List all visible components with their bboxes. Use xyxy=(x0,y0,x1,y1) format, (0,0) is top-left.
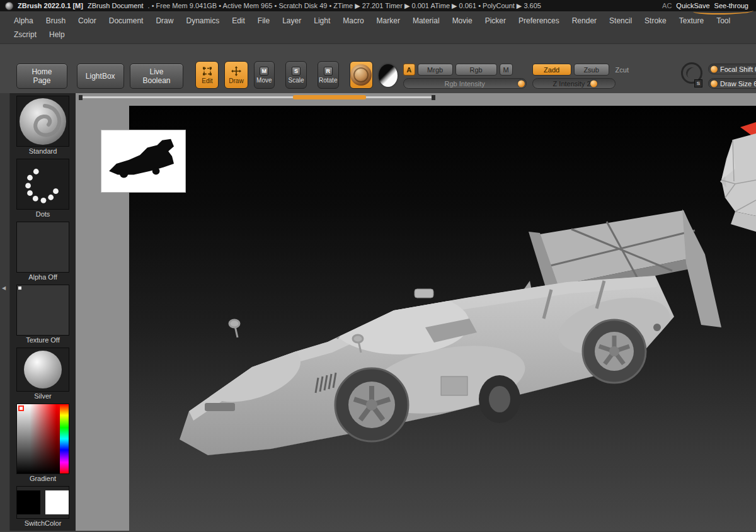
edit-label: Edit xyxy=(202,77,212,84)
stroke-dots-label: Dots xyxy=(10,210,76,219)
focal-shift-handle[interactable] xyxy=(711,65,718,72)
draw-label: Draw xyxy=(229,77,243,84)
alpha-off-item[interactable]: Alpha Off xyxy=(10,219,76,282)
document-hscrollbar[interactable] xyxy=(79,94,435,100)
menu-row-2: Zscript Help xyxy=(9,28,747,42)
car-silhouette xyxy=(101,130,185,192)
menu-document[interactable]: Document xyxy=(104,14,149,28)
rotate-label: Rotate xyxy=(319,77,337,84)
hue-strip[interactable] xyxy=(60,404,69,473)
canvas[interactable] xyxy=(129,106,756,531)
material-silver-item[interactable]: Silver xyxy=(10,345,76,401)
menu-light[interactable]: Light xyxy=(309,14,335,28)
menu-stencil[interactable]: Stencil xyxy=(604,14,637,28)
paint-group: A Mrgb Rgb M Rgb Intensity xyxy=(403,64,527,89)
move-button[interactable]: M Move xyxy=(254,61,275,89)
menu-preferences[interactable]: Preferences xyxy=(513,14,564,28)
menu-render[interactable]: Render xyxy=(567,14,602,28)
rgb-intensity-label: Rgb Intensity xyxy=(445,80,485,88)
menu-movie[interactable]: Movie xyxy=(447,14,478,28)
menu-stroke[interactable]: Stroke xyxy=(639,14,672,28)
alpha-off-thumbnail[interactable] xyxy=(16,222,69,273)
material-silver-thumbnail[interactable] xyxy=(16,348,69,392)
alpha-off-label: Alpha Off xyxy=(10,273,76,282)
rgb-intensity-slider[interactable]: Rgb Intensity xyxy=(403,78,527,89)
color-indicator xyxy=(18,405,24,411)
stroke-dots-thumbnail[interactable] xyxy=(16,159,69,210)
secondary-color-swatch[interactable] xyxy=(45,490,69,514)
brush-settings-group: Focal Shift 0 Draw Size 6 xyxy=(708,64,756,89)
app-title: ZBrush 2022.0.1 [M] xyxy=(18,2,83,9)
edit-marquee-icon xyxy=(202,66,212,76)
brush-standard-item[interactable]: Standard xyxy=(10,93,76,156)
menu-marker[interactable]: Marker xyxy=(372,14,405,28)
alpha-badge[interactable]: A xyxy=(403,64,415,76)
rgb-button[interactable]: Rgb xyxy=(455,64,497,76)
menu-draw[interactable]: Draw xyxy=(151,14,178,28)
menu-texture[interactable]: Texture xyxy=(674,14,709,28)
scene-3d xyxy=(129,106,756,531)
draw-crosshair-icon xyxy=(231,66,241,76)
texture-off-thumbnail[interactable] xyxy=(16,285,69,336)
zadd-button[interactable]: Zadd xyxy=(532,64,571,76)
home-page-button[interactable]: Home Page xyxy=(16,64,67,89)
stroke-dots-item[interactable]: Dots xyxy=(10,156,76,219)
menu-brush[interactable]: Brush xyxy=(41,14,71,28)
menu-edit[interactable]: Edit xyxy=(227,14,250,28)
scale-label: Scale xyxy=(289,77,304,84)
lightbox-button[interactable]: LightBox xyxy=(77,64,124,89)
rotate-button[interactable]: R Rotate xyxy=(318,61,339,89)
saturation-value-square[interactable] xyxy=(17,404,60,473)
main-color-swatch[interactable] xyxy=(17,490,40,514)
menu-macro[interactable]: Macro xyxy=(338,14,369,28)
draw-size-handle[interactable] xyxy=(711,80,718,87)
switch-color-label: SwitchColor xyxy=(10,519,76,528)
z-intensity-slider[interactable]: Z Intensity 25 xyxy=(532,78,616,89)
menu-file[interactable]: File xyxy=(253,14,275,28)
menu-zscript[interactable]: Zscript xyxy=(9,28,42,42)
live-boolean-button[interactable]: Live Boolean xyxy=(130,64,184,89)
focal-shift-slider[interactable]: Focal Shift 0 xyxy=(708,64,756,74)
sculpt-group: Zadd Zsub Zcut Z Intensity 25 xyxy=(532,64,629,89)
document-thumbnail[interactable] xyxy=(101,130,186,193)
switch-color-item[interactable]: SwitchColor xyxy=(10,484,76,528)
color-picker-item[interactable]: Gradient xyxy=(10,401,76,484)
m-button[interactable]: M xyxy=(500,64,513,76)
hscroll-left-cap[interactable] xyxy=(79,95,83,100)
hscroll-right-cap[interactable] xyxy=(432,95,435,100)
scale-button[interactable]: S Scale xyxy=(285,61,307,89)
rgb-intensity-handle[interactable] xyxy=(518,80,525,87)
switch-color-thumbnail[interactable] xyxy=(16,486,69,519)
color-picker-thumbnail[interactable] xyxy=(16,404,69,474)
menu-layer[interactable]: Layer xyxy=(277,14,306,28)
ac-label: AC xyxy=(662,2,672,9)
edit-button[interactable]: Edit xyxy=(195,61,219,89)
brush-standard-thumbnail[interactable] xyxy=(16,96,69,147)
left-tray-divider[interactable]: ◀ xyxy=(0,93,10,531)
front-wheel xyxy=(335,368,408,441)
texture-off-item[interactable]: Texture Off xyxy=(10,282,76,345)
hscroll-thumb[interactable] xyxy=(293,95,366,99)
menu-picker[interactable]: Picker xyxy=(480,14,511,28)
draw-size-slider[interactable]: Draw Size 6 xyxy=(708,78,756,89)
menu-material[interactable]: Material xyxy=(408,14,445,28)
menu-color[interactable]: Color xyxy=(73,14,101,28)
left-tray: Standard Dots Alpha Off xyxy=(10,93,76,531)
zbrush-logo-icon xyxy=(5,2,13,10)
menu-help[interactable]: Help xyxy=(44,28,70,42)
menu-dynamics[interactable]: Dynamics xyxy=(181,14,224,28)
rotate-icon: R xyxy=(324,67,333,76)
menu-tool[interactable]: Tool xyxy=(711,14,735,28)
material-button[interactable] xyxy=(350,61,373,89)
see-through-slider[interactable]: See-throug xyxy=(714,2,748,9)
draw-button[interactable]: Draw xyxy=(224,61,248,89)
collapse-arrow-icon: ◀ xyxy=(2,285,6,291)
menu-alpha[interactable]: Alpha xyxy=(9,14,38,28)
current-color-sphere[interactable] xyxy=(379,64,398,87)
stroke-picker[interactable]: S xyxy=(681,62,702,88)
z-intensity-handle[interactable] xyxy=(590,80,597,87)
zcut-button[interactable]: Zcut xyxy=(612,66,629,74)
zsub-button[interactable]: Zsub xyxy=(574,64,609,76)
mrgb-button[interactable]: Mrgb xyxy=(418,64,453,76)
main-area: ◀ Standard xyxy=(0,93,756,531)
